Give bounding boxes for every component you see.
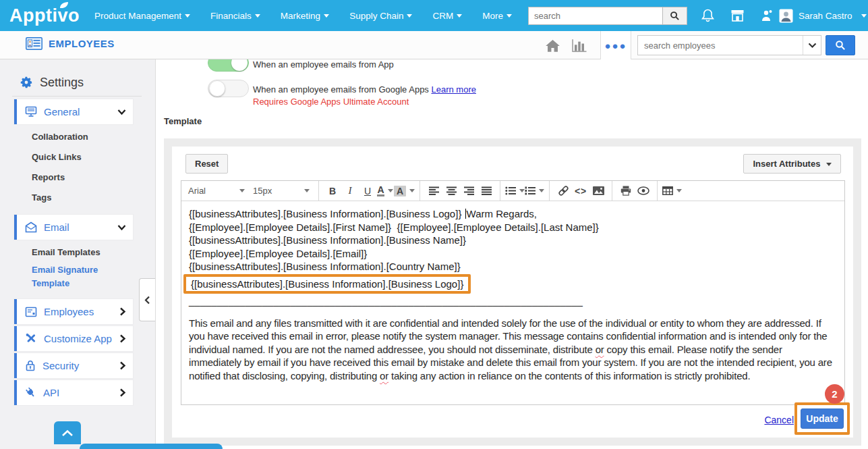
- toggle-email-from-app[interactable]: [208, 59, 249, 72]
- chevron-right-icon: [119, 388, 126, 397]
- sidebar-item-security[interactable]: Security: [14, 353, 133, 378]
- editor-content[interactable]: {[businessAttributes].[Business Informat…: [181, 201, 844, 404]
- italic-button[interactable]: I: [341, 183, 359, 199]
- more-apps-button[interactable]: ●●●: [600, 31, 631, 59]
- sidebar-collapse-button[interactable]: [139, 278, 155, 321]
- menu-marketing[interactable]: Marketing: [281, 11, 329, 21]
- leaf-icon: [59, 2, 69, 9]
- highlight-color-button[interactable]: A: [394, 183, 415, 199]
- signature-divider-line: ________________________________________…: [189, 294, 837, 308]
- search-icon: [835, 40, 846, 51]
- preview-button[interactable]: [635, 183, 652, 199]
- chevron-down-icon: [409, 189, 415, 192]
- bullet-list-button[interactable]: [505, 183, 525, 199]
- menu-more[interactable]: More: [482, 11, 512, 21]
- chevron-down-icon: [255, 14, 260, 18]
- learn-more-link[interactable]: Learn more: [431, 84, 475, 95]
- sidebar-item-email-signature-template[interactable]: Email Signature Template: [32, 263, 121, 290]
- toggle-knob: [231, 59, 248, 71]
- highlighted-signature-line: {[businessAttributes].[Business Informat…: [183, 274, 471, 294]
- table-icon: [662, 186, 673, 195]
- chevron-down-icon: [539, 189, 544, 192]
- top-navbar: Apptivo Product Management Financials Ma…: [0, 0, 868, 31]
- global-search-input[interactable]: [528, 7, 663, 25]
- sidebar-item-email[interactable]: Email: [14, 215, 133, 240]
- employee-search-button[interactable]: [826, 35, 855, 55]
- app-header-bar: EMPLOYEES ●●●: [0, 31, 868, 59]
- code-view-button[interactable]: <>: [572, 183, 589, 199]
- person-add-icon: [761, 9, 774, 22]
- sidebar-item-email-templates[interactable]: Email Templates: [32, 247, 100, 257]
- app-title: EMPLOYEES: [26, 37, 115, 50]
- misspelled-word: or: [596, 344, 604, 355]
- envelope-open-icon: [25, 221, 37, 233]
- reset-button[interactable]: Reset: [185, 154, 228, 174]
- global-search-button[interactable]: [663, 7, 687, 25]
- signature-line: {[Employee].[Employee Details].[Email]}: [189, 247, 837, 261]
- align-justify-icon: [482, 186, 492, 195]
- bell-icon: [701, 9, 714, 23]
- menu-supply-chain[interactable]: Supply Chain: [349, 11, 412, 21]
- divider: [549, 181, 550, 201]
- bold-button[interactable]: B: [324, 183, 341, 199]
- template-card: Reset Insert Attributes Arial 15px B I U…: [164, 138, 861, 446]
- align-right-button[interactable]: [460, 183, 478, 199]
- app-store-button[interactable]: [730, 9, 745, 22]
- update-button[interactable]: Update: [801, 408, 844, 429]
- print-icon: [620, 186, 631, 196]
- menu-financials[interactable]: Financials: [210, 11, 260, 21]
- insert-table-button[interactable]: [662, 183, 682, 199]
- sidebar-item-collaboration[interactable]: Collaboration: [32, 132, 88, 142]
- divider: [500, 181, 500, 201]
- sidebar-item-employees[interactable]: Employees: [14, 299, 133, 324]
- toggle-email-from-app-label: When an employee emails from App: [253, 59, 394, 70]
- apptivo-app-window: Apptivo Product Management Financials Ma…: [0, 0, 868, 449]
- avatar: [779, 9, 793, 23]
- sidebar-item-customize-app[interactable]: Customize App: [14, 326, 133, 351]
- sidebar-item-quick-links[interactable]: Quick Links: [32, 152, 82, 162]
- align-left-button[interactable]: [425, 183, 442, 199]
- chevron-down-icon: [861, 14, 867, 18]
- divider: [12, 96, 142, 97]
- home-button[interactable]: [543, 36, 562, 54]
- notifications-button[interactable]: [701, 9, 714, 23]
- font-family-select[interactable]: Arial: [184, 186, 249, 196]
- divider: [419, 181, 420, 201]
- align-center-button[interactable]: [442, 183, 460, 199]
- print-button[interactable]: [617, 183, 635, 199]
- font-size-select[interactable]: 15px: [249, 186, 314, 196]
- sidebar-item-api[interactable]: API: [14, 380, 133, 405]
- cancel-link[interactable]: Cancel: [764, 415, 794, 425]
- sidebar-item-general[interactable]: General: [14, 99, 133, 124]
- toggle-email-from-google[interactable]: [208, 80, 249, 97]
- collapsed-widget-bar[interactable]: [80, 444, 223, 449]
- numbered-list-button[interactable]: [525, 183, 544, 199]
- insert-image-button[interactable]: [589, 183, 607, 199]
- signature-line: {[businessAttributes].[Business Informat…: [189, 234, 837, 247]
- align-justify-button[interactable]: [478, 183, 495, 199]
- insert-link-button[interactable]: [554, 183, 572, 199]
- disclaimer-paragraph: This email and any files transmitted wit…: [189, 317, 837, 383]
- app-title-text: EMPLOYEES: [49, 38, 115, 49]
- menu-product-management[interactable]: Product Management: [94, 11, 190, 21]
- user-menu[interactable]: Sarah Castro: [779, 0, 867, 31]
- apptivo-logo[interactable]: Apptivo: [9, 5, 80, 26]
- search-options-dropdown[interactable]: [803, 36, 821, 55]
- referral-button[interactable]: [761, 9, 774, 22]
- employee-search-input[interactable]: [638, 36, 803, 55]
- sidebar-item-reports[interactable]: Reports: [32, 172, 65, 182]
- user-name: Sarah Castro: [799, 11, 852, 21]
- update-highlight-box: Update: [794, 402, 850, 435]
- dashboard-button[interactable]: [570, 36, 589, 54]
- font-color-button[interactable]: A: [376, 183, 394, 199]
- insert-attributes-button[interactable]: Insert Attributes: [743, 154, 841, 174]
- menu-crm[interactable]: CRM: [432, 11, 462, 21]
- sidebar-item-tags[interactable]: Tags: [32, 192, 51, 203]
- underline-button[interactable]: U: [359, 183, 376, 199]
- align-left-icon: [429, 186, 439, 195]
- image-icon: [593, 186, 604, 195]
- scroll-to-top-button[interactable]: [54, 421, 81, 444]
- signature-line: {[businessAttributes].[Business Informat…: [189, 207, 837, 221]
- chevron-down-icon: [304, 189, 310, 192]
- chevron-down-icon: [507, 14, 512, 18]
